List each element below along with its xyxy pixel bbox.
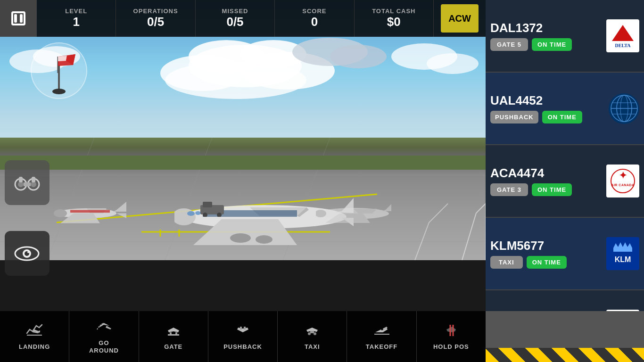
svg-marker-71 <box>168 328 179 332</box>
klm5677-status-button[interactable]: ON TIME <box>527 256 567 269</box>
score-value: 0 <box>311 15 318 29</box>
svg-rect-32 <box>32 177 35 182</box>
missed-label: MISSED <box>222 8 248 15</box>
svg-text:KLM: KLM <box>615 255 631 263</box>
landing-label: LANDING <box>19 343 50 350</box>
dal1372-buttons: GATE 5 ON TIME <box>490 38 603 51</box>
svg-point-49 <box>174 208 196 225</box>
ual4452-status-button[interactable]: ON TIME <box>542 111 582 123</box>
binoculars-button[interactable] <box>5 160 50 205</box>
svg-rect-74 <box>168 334 179 336</box>
flight-card-dal1372[interactable]: DAL1372 GATE 5 ON TIME DELTA <box>486 0 644 73</box>
svg-marker-59 <box>382 204 391 211</box>
pause-button[interactable] <box>0 0 37 37</box>
svg-point-54 <box>256 235 272 244</box>
flight-card-klm5677[interactable]: KLM5677 TAXI ON TIME KLM <box>486 218 644 290</box>
svg-marker-40 <box>113 202 126 212</box>
svg-rect-99 <box>609 239 637 269</box>
operations-value: 0/5 <box>147 15 164 29</box>
svg-rect-31 <box>19 177 23 182</box>
hud-level: LEVEL 1 <box>37 0 116 37</box>
operations-label: OPERATIONS <box>133 8 178 15</box>
go-around-label: GOAROUND <box>89 339 119 354</box>
hud-missed: MISSED 0/5 <box>196 0 275 37</box>
svg-marker-75 <box>237 328 248 332</box>
pushback-label: PUSHBACK <box>223 343 262 350</box>
svg-point-50 <box>187 211 195 216</box>
pause-icon <box>11 11 25 25</box>
ual4452-airline-logo <box>609 93 639 124</box>
aca4474-status-button[interactable]: ON TIME <box>532 183 572 196</box>
svg-point-9 <box>427 53 479 74</box>
aca4474-buttons: GATE 3 ON TIME <box>490 183 603 196</box>
svg-marker-77 <box>244 327 246 329</box>
svg-text:AIR CANADA: AIR CANADA <box>611 183 634 187</box>
klm5677-info: KLM5677 TAXI ON TIME <box>490 239 603 269</box>
missed-value: 0/5 <box>226 15 243 29</box>
aca4474-info: ACA4474 GATE 3 ON TIME <box>490 166 603 196</box>
aca4474-airline-logo: ✦ AIR CANADA <box>606 165 639 197</box>
eye-button[interactable] <box>5 231 50 276</box>
klm5677-airline-logo: KLM <box>606 237 639 270</box>
hold-pos-label: HOLD POS <box>433 343 469 350</box>
hud-score: SCORE 0 <box>275 0 354 37</box>
delta-plane <box>47 189 151 236</box>
toolbar-takeoff[interactable]: TAKEOFF <box>347 311 416 362</box>
svg-marker-79 <box>310 331 314 333</box>
level-value: 1 <box>73 15 79 29</box>
taxi-label: TAXI <box>305 343 320 350</box>
flight-card-aca4474[interactable]: ACA4474 GATE 3 ON TIME ✦ AIR CANADA <box>486 145 644 218</box>
binoculars-icon <box>14 173 40 193</box>
svg-rect-62 <box>203 202 212 207</box>
gate-label: GATE <box>164 343 182 350</box>
ual4452-action-button[interactable]: PUSHBACK <box>490 111 538 123</box>
klm5677-action-button[interactable]: TAXI <box>490 256 523 269</box>
bottom-toolbar: LANDING GOAROUND GATE <box>0 311 486 362</box>
dal1372-action-button[interactable]: GATE 5 <box>490 38 528 51</box>
ual4452-info: UAL4452 PUSHBACK ON TIME <box>490 93 605 123</box>
taxi-icon <box>304 323 321 340</box>
svg-point-42 <box>54 209 67 217</box>
toolbar-go-around[interactable]: GOAROUND <box>69 311 139 362</box>
svg-point-81 <box>314 332 316 335</box>
svg-rect-28 <box>24 182 31 186</box>
dal1372-number: DAL1372 <box>490 21 603 35</box>
toolbar-taxi[interactable]: TAXI <box>278 311 347 362</box>
game-viewport[interactable] <box>0 0 486 311</box>
windsock-svg <box>40 52 78 80</box>
toolbar-gate[interactable]: GATE <box>139 311 208 362</box>
toolbar-hold-pos[interactable]: HOLD POS <box>417 311 486 362</box>
takeoff-label: TAKEOFF <box>366 343 397 350</box>
klm-logo-svg: KLM <box>609 239 637 269</box>
toolbar-pushback[interactable]: PUSHBACK <box>208 311 278 362</box>
svg-marker-70 <box>106 326 111 329</box>
right-panel-bottom-strip <box>486 311 644 362</box>
hud-total-cash: TOTAL CASH $0 <box>355 0 434 37</box>
aca4474-action-button[interactable]: GATE 3 <box>490 183 528 196</box>
ual4452-number: UAL4452 <box>490 93 605 108</box>
united-logo-svg <box>610 94 638 123</box>
go-around-icon <box>95 319 112 337</box>
windsock-container <box>31 42 87 99</box>
toolbar-landing[interactable]: LANDING <box>0 311 69 362</box>
svg-point-80 <box>308 332 311 335</box>
total-cash-label: TOTAL CASH <box>372 8 415 15</box>
ual4452-buttons: PUSHBACK ON TIME <box>490 111 605 123</box>
takeoff-icon <box>373 323 390 340</box>
svg-marker-85 <box>446 327 456 332</box>
dal1372-airline-logo: DELTA <box>606 19 639 52</box>
right-panel: DAL1372 GATE 5 ON TIME DELTA UAL4452 PUS… <box>486 0 644 362</box>
acw-button[interactable]: ACW <box>441 4 479 33</box>
hold-pos-icon <box>443 323 460 340</box>
background-plane <box>316 196 391 229</box>
svg-point-53 <box>230 233 251 243</box>
dal1372-status-button[interactable]: ON TIME <box>532 38 572 51</box>
delta-logo-svg <box>611 24 635 43</box>
svg-rect-43 <box>70 210 110 213</box>
svg-point-36 <box>27 251 29 253</box>
aca4474-number: ACA4474 <box>490 166 603 181</box>
svg-point-11 <box>330 45 387 68</box>
klm5677-number: KLM5677 <box>490 239 603 253</box>
flight-card-ual4452[interactable]: UAL4452 PUSHBACK ON TIME <box>486 73 644 145</box>
svg-marker-76 <box>240 327 242 329</box>
